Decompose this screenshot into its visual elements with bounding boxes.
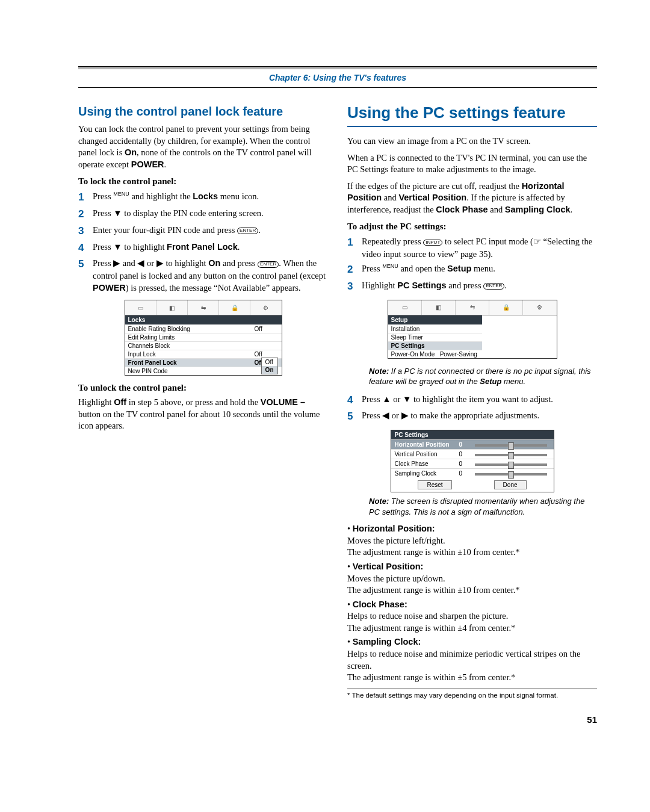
slider (475, 463, 547, 466)
right-p3: If the edges of the picture are cut off,… (347, 181, 597, 216)
locks-menu-mock: ▭ ◧ ⇆ 🔒 ⚙ Locks Enable Rating BlockingOf… (125, 300, 282, 376)
slider (475, 444, 547, 447)
step-3: Enter your four-digit PIN code and press… (93, 224, 328, 238)
note-setup-bold: Setup (480, 377, 501, 386)
bold-on: On (125, 147, 137, 157)
tab-icon: ▭ (125, 300, 156, 315)
unlock-paragraph: Highlight Off in step 5 above, or press … (78, 397, 328, 432)
step-num: 4 (347, 393, 362, 408)
bullet-line: The adjustment range is within ±10 from … (347, 547, 520, 557)
r-step-1: Repeatedly press INPUT to select PC inpu… (362, 235, 597, 260)
bullet-name: Horizontal Position: (353, 524, 435, 533)
bullet-line: The adjustment range is within ±5 from c… (347, 672, 515, 682)
bold-setup: Setup (447, 264, 471, 273)
step-num: 4 (78, 241, 93, 255)
bold-clockphase: Clock Phase (436, 205, 488, 214)
bold-vpos: Vertical Position (398, 193, 466, 202)
row-label-selected: PC Settings (388, 341, 483, 350)
row-label: Edit Rating Limits (125, 333, 252, 342)
step-4: Press ▼ to highlight Front Panel Lock. (93, 241, 328, 255)
row-label: New PIN Code (125, 367, 252, 376)
chapter-title: Chapter 6: Using the TV's features (78, 73, 597, 82)
row-label: Vertical Position (391, 450, 456, 459)
enter-icon: ENTER (483, 283, 504, 290)
enter-icon: ENTER (258, 261, 279, 268)
row-label: Clock Phase (391, 459, 456, 469)
settings-bullets: • Horizontal Position: Moves the picture… (347, 523, 597, 683)
bold-off: Off (114, 397, 126, 407)
two-column-layout: Using the control panel lock feature You… (78, 98, 597, 699)
step-num: 2 (347, 262, 362, 277)
menu-icon: MENU (382, 263, 398, 269)
step-num: 3 (78, 224, 93, 238)
note-1: Note: If a PC is not connected or there … (369, 366, 597, 387)
r-step-4: Press ▲ or ▼ to highlight the item you w… (362, 393, 597, 408)
bullet-name: Vertical Position: (353, 562, 424, 571)
locks-table: Enable Rating BlockingOff Edit Rating Li… (125, 324, 282, 375)
step-num: 3 (347, 279, 362, 294)
popup-off: Off (262, 358, 277, 366)
tab-gear-icon: ⚙ (250, 300, 281, 315)
row-val: 0 (456, 450, 471, 459)
setup-table: Installation Sleep Timer PC Settings Pow… (388, 324, 483, 358)
tab-lock-icon: 🔒 (219, 300, 250, 315)
bold-fpl: Front Panel Lock (167, 242, 238, 252)
popup-on: On (262, 366, 277, 374)
bullet-item: • Sampling Clock: Helps to reduce noise … (347, 636, 597, 683)
step-2: Press ▼ to display the PIN code entering… (93, 207, 328, 222)
tab-icon: ⇆ (456, 300, 489, 315)
bullet-item: • Vertical Position: Moves the picture u… (347, 561, 597, 597)
subhead-adjust: To adjust the PC settings: (347, 222, 597, 232)
right-column: Using the PC settings feature You can vi… (347, 98, 597, 699)
row-label: Channels Block (125, 342, 252, 350)
rule-under-chapter (78, 87, 597, 88)
step-num: 5 (78, 257, 93, 294)
row-label: Input Lock (125, 350, 252, 359)
bold-sampclock: Sampling Clock (505, 205, 571, 214)
r-step-2: Press MENU and open the Setup menu. (362, 262, 597, 277)
bold-pcsettings: PC Settings (397, 280, 446, 290)
bullet-name: Clock Phase: (353, 600, 407, 609)
lock-steps: 1 Press MENU and highlight the Locks men… (78, 190, 328, 294)
locks-header: Locks (125, 315, 282, 324)
bold-locks: Locks (193, 191, 218, 201)
popup-options: Off On (261, 358, 278, 374)
tab-icon: ◧ (156, 300, 188, 315)
row-label: Enable Rating Blocking (125, 325, 252, 333)
r-step-3: Highlight PC Settings and press ENTER. (362, 279, 597, 294)
note-label: Note: (369, 367, 389, 376)
step-num: 2 (78, 207, 93, 222)
input-icon: INPUT (423, 240, 442, 246)
tab-icon: ▭ (388, 300, 422, 315)
row-label-selected: Front Panel Lock (125, 359, 252, 367)
step-1: Press MENU and highlight the Locks menu … (93, 190, 328, 205)
bullet-line: The adjustment range is within ±4 from c… (347, 623, 515, 633)
right-p2: When a PC is connected to the TV's PC IN… (347, 152, 597, 176)
footnote-rule (347, 689, 597, 689)
row-val: 0 (456, 469, 471, 479)
step-5: Press ▶ and ◀ or ▶ to highlight On and p… (93, 257, 328, 294)
r-step-5: Press ◀ or ▶ to make the appropriate adj… (362, 409, 597, 424)
enter-icon: ENTER (237, 228, 258, 234)
bullet-line: Moves the picture left/right. (347, 536, 445, 545)
bold-volminus: VOLUME – (261, 397, 305, 407)
bullet-item: • Horizontal Position: Moves the picture… (347, 523, 597, 559)
bullet-name: Sampling Clock: (353, 637, 421, 646)
step-num: 1 (78, 190, 93, 205)
row-val: 0 (456, 459, 471, 469)
note-label: Note: (369, 497, 389, 506)
subhead-lock: To lock the control panel: (78, 176, 328, 187)
pcsettings-mock: PC Settings Horizontal Position0 Vertica… (391, 430, 554, 492)
pcsettings-header: PC Settings (391, 430, 554, 439)
tab-lock-icon: 🔒 (489, 300, 523, 315)
row-label: Sleep Timer (388, 333, 483, 341)
bullet-line: Moves the picture up/down. (347, 574, 445, 583)
row-label: Power-On Mode Power-Saving (388, 350, 483, 358)
row-val: 0 (456, 440, 471, 450)
setup-menu-mock: ▭ ◧ ⇆ 🔒 ⚙ Setup Installation Sleep Timer… (388, 300, 557, 359)
rule-top-heavy (78, 66, 597, 67)
right-p1: You can view an image from a PC on the T… (347, 135, 597, 147)
right-heading: Using the PC settings feature (347, 104, 597, 127)
step-num: 5 (347, 409, 362, 424)
page: Chapter 6: Using the TV's features Using… (0, 0, 650, 761)
